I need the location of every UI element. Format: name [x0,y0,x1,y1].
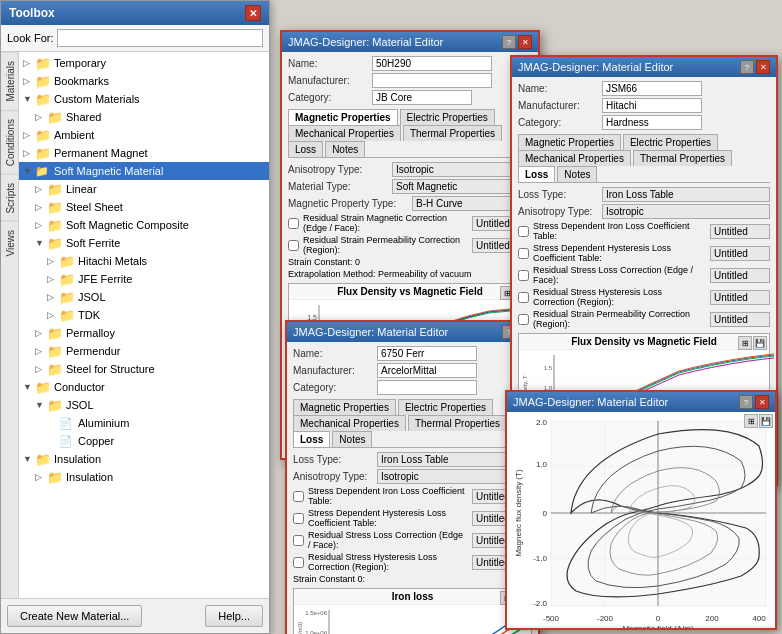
tab-views[interactable]: Views [1,221,18,265]
hysteresis-svg: -500 -200 0 200 400 2.0 1.0 0 -1.0 -2.0 … [511,416,773,628]
e2-cb4-check[interactable] [293,557,304,568]
tree-item-temporary[interactable]: ▷ 📁 Temporary [19,54,269,72]
tree-item-custom-materials[interactable]: ▼ 📁 Custom Materials [19,90,269,108]
folder-icon: 📁 [59,272,75,286]
tree-item-soft-magnetic-material[interactable]: ▼ 📁 Soft Magnetic Material [19,162,269,180]
e3-tab-mechanical[interactable]: Mechanical Properties [518,150,631,166]
editor3-help-icon[interactable]: ? [740,60,754,74]
create-material-btn[interactable]: Create New Material... [7,605,142,627]
e2-cat-input[interactable] [377,380,477,395]
hyst-title: JMAG-Designer: Material Editor [513,396,668,408]
tab-scripts[interactable]: Scripts [1,174,18,222]
tree-item-soft-ferrite[interactable]: ▼ 📁 Soft Ferrite [19,234,269,252]
tree-item-steel-structure[interactable]: ▷ 📁 Steel for Structure [19,360,269,378]
e2-tab-mechanical[interactable]: Mechanical Properties [293,415,406,431]
e3-tab-thermal[interactable]: Thermal Properties [633,150,732,166]
e3-cb4-check[interactable] [518,292,529,303]
tree-item-hitachi-metals[interactable]: ▷ 📁 Hitachi Metals [19,252,269,270]
name-label: Name: [288,58,368,69]
tree-item-insulation[interactable]: ▼ 📁 Insulation [19,450,269,468]
e3-cb1-input[interactable] [710,224,770,239]
cb2-check[interactable] [288,240,299,251]
e3-cb3-check[interactable] [518,270,529,281]
e3-prop-tabs: Magnetic Properties Electric Properties … [518,134,770,183]
e3-cb5-check[interactable] [518,314,529,325]
help-btn[interactable]: Help... [205,605,263,627]
e3-loss-value: Iron Loss Table [602,187,770,202]
e3-cb2-check[interactable] [518,248,529,259]
tree-item-linear[interactable]: ▷ 📁 Linear [19,180,269,198]
editor3-close-btn[interactable]: ✕ [756,60,770,74]
hyst-zoom-btn[interactable]: ⊞ [744,414,758,428]
search-input[interactable] [57,29,263,47]
category-input[interactable] [372,90,472,105]
hyst-close-btn[interactable]: ✕ [755,395,769,409]
tree-item-conductor[interactable]: ▼ 📁 Conductor [19,378,269,396]
tab-notes[interactable]: Notes [325,141,365,157]
tree-item-bookmarks[interactable]: ▷ 📁 Bookmarks [19,72,269,90]
tree-item-insulation2[interactable]: ▷ 📁 Insulation [19,468,269,486]
tree-item-jfe-ferrite[interactable]: ▷ 📁 JFE Ferrite [19,270,269,288]
e3-cb1-check[interactable] [518,226,529,237]
folder-icon: 📁 [35,56,51,70]
tree-item-soft-magnetic-composite[interactable]: ▷ 📁 Soft Magnetic Composite [19,216,269,234]
expand-arrow: ▷ [23,130,35,140]
e3-cat-input[interactable] [602,115,702,130]
e2-name-input[interactable] [377,346,477,361]
tree-item-permanent-magnet[interactable]: ▷ 📁 Permanent Magnet [19,144,269,162]
e2-tab-loss[interactable]: Loss [293,431,330,447]
tree-item-permendur[interactable]: ▷ 📁 Permendur [19,342,269,360]
expand-arrow: ▷ [47,256,59,266]
tree-item-copper[interactable]: ▷ 📄 Copper [19,432,269,450]
tree-item-shared[interactable]: ▷ 📁 Shared [19,108,269,126]
hyst-title-bar: JMAG-Designer: Material Editor ? ✕ [507,392,775,412]
tree-item-aluminium[interactable]: ▷ 📄 Aluminium [19,414,269,432]
tree-item-ambient[interactable]: ▷ 📁 Ambient [19,126,269,144]
manufacturer-input[interactable] [372,73,492,88]
e3-tab-magnetic[interactable]: Magnetic Properties [518,134,621,150]
tree-item-permalloy[interactable]: ▷ 📁 Permalloy [19,324,269,342]
tree-item-tdk[interactable]: ▷ 📁 TDK [19,306,269,324]
tree-item-steel-sheet[interactable]: ▷ 📁 Steel Sheet [19,198,269,216]
toolbox-close-btn[interactable]: ✕ [245,5,261,21]
e2-mfr-input[interactable] [377,363,477,378]
e3-tab-notes[interactable]: Notes [557,166,597,182]
chart3-save-btn[interactable]: 💾 [753,336,767,350]
hyst-help-icon[interactable]: ? [739,395,753,409]
tab-magnetic[interactable]: Magnetic Properties [288,109,398,125]
chart3-zoom-btn[interactable]: ⊞ [738,336,752,350]
e3-cb2-input[interactable] [710,246,770,261]
e2-tab-electric[interactable]: Electric Properties [398,399,493,415]
tab-conditions[interactable]: Conditions [1,110,18,174]
folder-icon: 📁 [35,164,51,178]
e3-cb4-input[interactable] [710,290,770,305]
tree-item-jsol2[interactable]: ▼ 📁 JSOL [19,396,269,414]
e2-name-label: Name: [293,348,373,359]
tab-mechanical[interactable]: Mechanical Properties [288,125,401,141]
editor1-close-btn[interactable]: ✕ [518,35,532,49]
e2-cb2-check[interactable] [293,513,304,524]
cb1-check[interactable] [288,218,299,229]
e2-cb1-check[interactable] [293,491,304,502]
e3-tab-loss[interactable]: Loss [518,166,555,182]
e3-tab-electric[interactable]: Electric Properties [623,134,718,150]
tab-materials[interactable]: Materials [1,52,18,110]
expand-arrow: ▼ [35,238,47,248]
tab-electric[interactable]: Electric Properties [400,109,495,125]
e2-tab-magnetic[interactable]: Magnetic Properties [293,399,396,415]
expand-arrow: ▷ [35,184,47,194]
e3-cb3-input[interactable] [710,268,770,283]
e3-name-input[interactable] [602,81,702,96]
e3-cb5-input[interactable] [710,312,770,327]
e2-tab-thermal[interactable]: Thermal Properties [408,415,507,431]
tab-loss[interactable]: Loss [288,141,323,157]
e2-cb3-check[interactable] [293,535,304,546]
tree-item-jsol-ferrite[interactable]: ▷ 📁 JSOL [19,288,269,306]
name-input[interactable]: 50H290 [372,56,492,71]
editor1-help-icon[interactable]: ? [502,35,516,49]
tab-thermal[interactable]: Thermal Properties [403,125,502,141]
hyst-save-btn[interactable]: 💾 [759,414,773,428]
e2-tab-notes[interactable]: Notes [332,431,372,447]
e3-mfr-input[interactable] [602,98,702,113]
folder-icon: 📁 [47,326,63,340]
